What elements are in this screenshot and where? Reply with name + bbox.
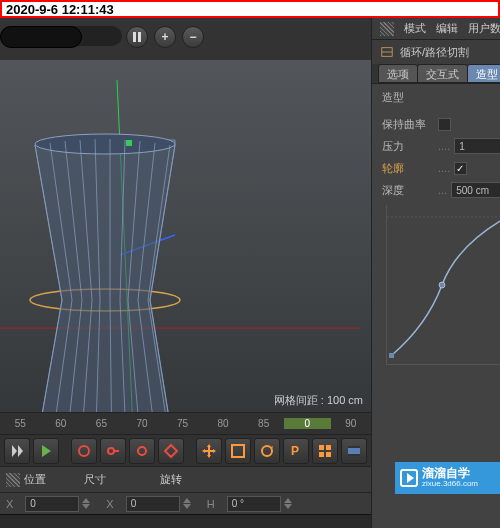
svg-point-11 — [138, 447, 146, 455]
menu-user[interactable]: 用户数 — [468, 21, 500, 36]
frame-current: 0 — [284, 418, 331, 429]
x-pos-input[interactable]: 0 — [25, 496, 79, 512]
pressure-label: 压力 — [382, 139, 438, 154]
tab-options[interactable]: 选项 — [378, 64, 418, 83]
frame-tick: 55 — [0, 418, 41, 429]
watermark-play-icon — [400, 469, 418, 487]
pause-button[interactable] — [126, 26, 148, 48]
loop-cut-icon — [380, 45, 394, 59]
keyframe-diamond-button[interactable] — [158, 438, 184, 464]
svg-rect-12 — [232, 445, 244, 457]
record-circle-button[interactable] — [71, 438, 97, 464]
prop-depth: 深度... 500 cm — [382, 179, 500, 201]
prop-keep-curvature: 保持曲率 — [382, 113, 500, 135]
viewport-top-controls: + − — [0, 18, 371, 60]
coord-row: 位置 尺寸 旋转 — [0, 466, 371, 492]
film-button[interactable] — [341, 438, 367, 464]
inspector-tabs: 选项 交互式 造型 — [372, 64, 500, 84]
watermark: 溜溜自学 zixue.3d66.com — [395, 462, 500, 494]
autokey-button[interactable] — [129, 438, 155, 464]
inspector-menu: 模式 编辑 用户数 — [372, 18, 500, 40]
keep-curv-checkbox[interactable] — [438, 118, 451, 131]
point-tool-button[interactable]: P — [283, 438, 309, 464]
size-column-label: 尺寸 — [84, 472, 106, 487]
section-shape: 造型 保持曲率 压力.... 1 轮廓.... 深度... 500 cm — [372, 84, 500, 367]
hatch-icon — [380, 22, 394, 36]
frame-tick: 90 — [331, 418, 372, 429]
x-size-label: X — [106, 498, 113, 510]
bottom-toolbar: P — [0, 434, 371, 466]
svg-point-23 — [439, 282, 445, 288]
hatch-icon — [6, 473, 20, 487]
svg-rect-0 — [133, 32, 136, 42]
svg-rect-16 — [326, 445, 331, 450]
key-button[interactable] — [100, 438, 126, 464]
svg-rect-21 — [348, 454, 360, 456]
svg-rect-8 — [126, 140, 132, 146]
svg-rect-20 — [348, 446, 360, 448]
x-size-stepper[interactable] — [183, 498, 191, 509]
tab-shape[interactable]: 造型 — [467, 64, 500, 83]
viewport-column: + − — [0, 18, 372, 528]
viewport-3d[interactable]: 网格间距 : 100 cm — [0, 60, 371, 412]
svg-rect-18 — [326, 452, 331, 457]
frame-tick: 75 — [162, 418, 203, 429]
svg-point-10 — [108, 448, 114, 454]
svg-point-13 — [262, 446, 272, 456]
frame-tick: 80 — [203, 418, 244, 429]
svg-point-9 — [79, 446, 89, 456]
scale-tool-button[interactable] — [225, 438, 251, 464]
viewport-slider[interactable] — [0, 26, 122, 46]
x-pos-stepper[interactable] — [82, 498, 90, 509]
grid-spacing-label: 网格间距 : 100 cm — [274, 393, 363, 408]
svg-text:P: P — [291, 444, 299, 458]
section-title: 造型 — [382, 90, 500, 105]
play-button[interactable] — [33, 438, 59, 464]
depth-label: 深度 — [382, 183, 438, 198]
x-label: X — [6, 498, 13, 510]
depth-input[interactable]: 500 cm — [451, 182, 500, 198]
keep-curv-label: 保持曲率 — [382, 117, 438, 132]
menu-mode[interactable]: 模式 — [404, 21, 426, 36]
zoom-in-button[interactable]: + — [154, 26, 176, 48]
timestamp-bar: 2020-9-6 12:11:43 — [0, 0, 500, 18]
prop-contour: 轮廓.... — [382, 157, 500, 179]
bottom-strip — [0, 514, 371, 528]
svg-rect-15 — [319, 445, 324, 450]
svg-rect-1 — [138, 32, 141, 42]
grid-button[interactable] — [312, 438, 338, 464]
contour-label: 轮廓 — [382, 161, 438, 176]
curve-graph[interactable] — [386, 205, 500, 365]
svg-rect-24 — [389, 353, 394, 358]
frame-tick: 85 — [243, 418, 284, 429]
timeline[interactable]: 55 60 65 70 75 80 85 0 90 — [0, 412, 371, 434]
h-rot-input[interactable]: 0 ° — [227, 496, 281, 512]
tab-interactive[interactable]: 交互式 — [417, 64, 468, 83]
inspector-title-row: 循环/路径切割 — [372, 40, 500, 64]
watermark-url: zixue.3d66.com — [422, 480, 478, 489]
rot-column-label: 旋转 — [160, 472, 182, 487]
frame-tick: 70 — [122, 418, 163, 429]
zoom-out-button[interactable]: − — [182, 26, 204, 48]
move-tool-button[interactable] — [196, 438, 222, 464]
h-rot-stepper[interactable] — [284, 498, 292, 509]
menu-edit[interactable]: 编辑 — [436, 21, 458, 36]
pos-column-label: 位置 — [24, 472, 46, 487]
frame-tick: 65 — [81, 418, 122, 429]
pressure-input[interactable]: 1 — [454, 138, 500, 154]
svg-rect-17 — [319, 452, 324, 457]
frame-tick: 60 — [41, 418, 82, 429]
rotate-tool-button[interactable] — [254, 438, 280, 464]
play-start-button[interactable] — [4, 438, 30, 464]
h-label: H — [207, 498, 215, 510]
inspector-title: 循环/路径切割 — [400, 45, 469, 60]
prop-pressure: 压力.... 1 — [382, 135, 500, 157]
contour-checkbox[interactable] — [454, 162, 467, 175]
coord-values-row: X 0 X 0 H 0 ° — [0, 492, 371, 514]
x-size-input[interactable]: 0 — [126, 496, 180, 512]
inspector-panel: 模式 编辑 用户数 循环/路径切割 选项 交互式 造型 造型 保持曲率 压力..… — [372, 18, 500, 528]
